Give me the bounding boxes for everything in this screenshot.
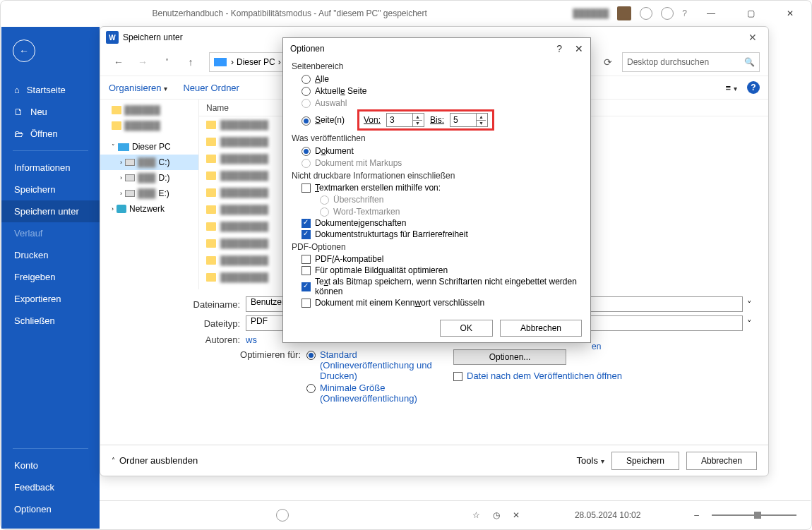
save-button[interactable]: Speichern: [611, 452, 679, 470]
publish-group: Was veröffentlichen: [292, 133, 582, 143]
nav-speichern[interactable]: Speichern: [1, 179, 100, 200]
status-bar: ☆ ◷ ✕ 28.05.2024 10:02 –: [100, 500, 811, 529]
face-icon[interactable]: [640, 7, 652, 20]
tree-dieser-pc[interactable]: ˅Dieser PC: [100, 139, 198, 155]
nav-exportieren[interactable]: Exportieren: [1, 288, 100, 310]
star-icon[interactable]: ☆: [472, 510, 480, 520]
optimize-standard-radio[interactable]: Standard (Onlineveröffentlichung und Dru…: [306, 349, 453, 381]
chk-struct-tags[interactable]: Dokumentstrukturtags für Barrierefreihei…: [292, 229, 582, 240]
search-icon: 🔍: [744, 57, 755, 67]
radio-headings: Überschriften: [292, 193, 582, 205]
partial-text: en: [592, 342, 601, 351]
radio-word-bookmarks: Word-Textmarken: [292, 205, 582, 217]
options-cancel-button[interactable]: Abbrechen: [500, 320, 582, 337]
save-as-close-button[interactable]: ✕: [743, 32, 763, 43]
nav-divider-2: [13, 448, 88, 449]
optimize-minimal-radio[interactable]: Minimale Größe (Onlineveröffentlichung): [306, 383, 453, 404]
radio-doc-markup: Dokument mit Markups: [292, 157, 582, 169]
open-icon: 🗁: [14, 128, 23, 139]
to-spinner[interactable]: ▲▼: [450, 113, 488, 127]
from-spinner[interactable]: ▲▼: [386, 113, 424, 127]
options-titlebar: Optionen ? ✕: [283, 38, 590, 59]
page-range-group: Seitenbereich: [292, 61, 582, 71]
view-menu[interactable]: ≡: [725, 83, 737, 93]
radio-selection: Auswahl: [292, 97, 582, 109]
folder-tree[interactable]: ██████ ██████ ˅Dieser PC ›███C:) ›███D:)…: [100, 100, 199, 289]
authors-value[interactable]: ws: [246, 335, 257, 345]
chk-encrypt[interactable]: Dokument mit einem Kennwort verschlüssel…: [292, 297, 582, 308]
clock-icon[interactable]: ◷: [493, 510, 500, 520]
tools-icon[interactable]: ✕: [513, 510, 520, 520]
chk-docprops[interactable]: Dokumenteigenschaften: [292, 217, 582, 229]
radio-current[interactable]: Aktuelle Seite: [292, 85, 582, 97]
options-help-icon[interactable]: ?: [556, 43, 562, 54]
tools-menu[interactable]: Tools: [577, 455, 604, 466]
status-icon-1[interactable]: [276, 509, 289, 522]
tree-drive-d[interactable]: ›███D:): [100, 170, 198, 186]
tree-drive-c[interactable]: ›███C:): [100, 155, 198, 170]
chk-pdfa[interactable]: PDF/A-kompatibel: [292, 253, 582, 265]
hide-folders-button[interactable]: ˄Ordner ausblenden: [112, 455, 198, 466]
search-input[interactable]: Desktop durchsuchen 🔍: [622, 52, 760, 72]
face-icon-2[interactable]: [661, 7, 674, 20]
save-as-title: Speichern unter: [123, 32, 183, 42]
close-button[interactable]: ✕: [775, 3, 806, 24]
minimize-button[interactable]: ―: [695, 3, 727, 24]
new-folder-button[interactable]: Neuer Ordner: [183, 83, 239, 93]
app-title: Benutzerhandbuch - Kompatibilitätsmodus …: [6, 8, 573, 18]
back-button[interactable]: ←: [13, 40, 35, 62]
chk-bitmap-qual[interactable]: Für optimale Bildqualität optimieren: [292, 265, 582, 276]
help-menu-icon[interactable]: ?: [682, 8, 687, 18]
nav-schliessen[interactable]: Schließen: [1, 310, 100, 332]
radio-pages[interactable]: Seite(n) Von: ▲▼ Bis: ▲▼: [292, 109, 582, 131]
chk-bookmarks[interactable]: Textmarken erstellen mithilfe von:: [292, 182, 582, 193]
home-icon: ⌂: [14, 85, 20, 95]
nav-forward-button[interactable]: →: [133, 52, 153, 72]
refresh-button[interactable]: ⟳: [598, 52, 618, 72]
optimize-label: Optimieren für:: [185, 349, 306, 405]
zoom-slider[interactable]: [712, 514, 796, 516]
tree-drive-e[interactable]: ›███E:): [100, 186, 198, 201]
word-icon: W: [106, 31, 119, 44]
backstage-sidebar: ← ⌂Startseite 🗋Neu 🗁Öffnen Informationen…: [1, 27, 100, 529]
app-titlebar: Benutzerhandbuch - Kompatibilitätsmodus …: [1, 1, 811, 26]
nav-startseite[interactable]: ⌂Startseite: [1, 79, 100, 101]
nav-informationen[interactable]: Informationen: [1, 157, 100, 179]
nav-optionen[interactable]: Optionen: [1, 498, 100, 520]
options-ok-button[interactable]: OK: [440, 320, 493, 337]
nav-speichern-unter[interactable]: Speichern unter: [1, 200, 100, 222]
radio-document[interactable]: Dokument: [292, 145, 582, 157]
nav-divider: [13, 150, 88, 151]
nonprint-group: Nicht druckbare Informationen einschließ…: [292, 171, 582, 181]
nav-oeffnen[interactable]: 🗁Öffnen: [1, 123, 100, 145]
nav-drucken[interactable]: Drucken: [1, 244, 100, 266]
user-name-blur: ██████: [573, 8, 609, 18]
nav-freigeben[interactable]: Freigeben: [1, 266, 100, 288]
help-icon[interactable]: ?: [747, 81, 760, 94]
open-after-checkbox[interactable]: Datei nach dem Veröffentlichen öffnen: [453, 371, 622, 381]
page-range-highlight: Von: ▲▼ Bis: ▲▼: [357, 109, 494, 131]
to-label: Bis:: [430, 115, 444, 125]
nav-neu[interactable]: 🗋Neu: [1, 101, 100, 123]
new-icon: 🗋: [14, 107, 23, 117]
tree-netzwerk[interactable]: ›Netzwerk: [100, 201, 198, 217]
options-close-button[interactable]: ✕: [575, 43, 583, 54]
nav-back-button[interactable]: ←: [109, 52, 129, 72]
zoom-out[interactable]: –: [694, 510, 699, 520]
options-button[interactable]: Optionen...: [453, 349, 566, 365]
save-as-footer: ˄Ordner ausblenden Tools Speichern Abbre…: [100, 445, 768, 476]
nav-recent-dropdown[interactable]: ˅: [157, 52, 177, 72]
nav-verlauf[interactable]: Verlauf: [1, 222, 100, 244]
filetype-label: Dateityp:: [185, 318, 240, 329]
chk-bitmap-text[interactable]: Text als Bitmap speichern, wenn Schrifta…: [292, 276, 582, 297]
radio-all[interactable]: Alle: [292, 73, 582, 85]
path-segment[interactable]: Dieser PC: [237, 57, 275, 67]
options-dialog: Optionen ? ✕ Seitenbereich Alle Aktuelle…: [282, 37, 591, 343]
nav-konto[interactable]: Konto: [1, 454, 100, 476]
nav-feedback[interactable]: Feedback: [1, 476, 100, 498]
avatar[interactable]: [617, 6, 631, 20]
nav-up-button[interactable]: ↑: [181, 52, 201, 72]
maximize-button[interactable]: ▢: [735, 3, 766, 24]
cancel-button[interactable]: Abbrechen: [686, 452, 757, 470]
organize-menu[interactable]: Organisieren: [109, 83, 167, 93]
